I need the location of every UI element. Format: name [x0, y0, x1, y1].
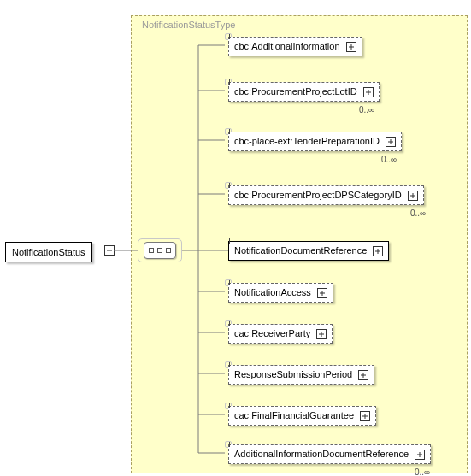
connectors	[0, 0, 471, 476]
child-outer: cac:ReceiverParty	[225, 320, 232, 327]
cardinality-label: 0..∞	[359, 105, 374, 115]
child-label: cbc:ProcurementProjectDPSCategoryID	[234, 190, 402, 200]
child-element[interactable]: AdditionalInformationDocumentReference	[228, 444, 431, 464]
expand-icon[interactable]	[415, 450, 425, 460]
expand-icon[interactable]	[316, 329, 327, 339]
child-element[interactable]: cac:ReceiverParty	[228, 324, 333, 344]
xsd-diagram: NotificationStatusType NotificationStatu…	[0, 0, 471, 476]
expand-icon[interactable]	[373, 246, 383, 256]
cardinality-label: 0..∞	[415, 467, 430, 476]
child-label: cbc-place-ext:TenderPreparationID	[234, 136, 380, 146]
expand-icon[interactable]	[363, 87, 374, 97]
child-label: NotificationDocumentReference	[234, 245, 367, 256]
expand-icon[interactable]	[317, 288, 327, 298]
expand-icon[interactable]	[386, 137, 396, 147]
child-label: cac:FinalFinancialGuarantee	[234, 410, 354, 420]
expand-icon[interactable]	[346, 42, 356, 52]
child-label: cac:ReceiverParty	[234, 328, 310, 338]
cardinality-label: 0..∞	[381, 155, 397, 164]
child-label: ResponseSubmissionPeriod	[234, 369, 352, 379]
child-outer: NotificationAccess	[225, 279, 232, 286]
cardinality-label: 0..∞	[410, 209, 426, 218]
child-label: cbc:AdditionalInformation	[234, 41, 340, 51]
child-element[interactable]: cbc:ProcurementProjectLotID	[228, 82, 380, 102]
child-element[interactable]: cbc:AdditionalInformation	[228, 37, 362, 56]
child-element[interactable]: cac:FinalFinancialGuarantee	[228, 406, 376, 426]
child-outer: ResponseSubmissionPeriod	[225, 361, 232, 368]
child-outer: cbc:AdditionalInformation	[225, 33, 232, 40]
expand-icon[interactable]	[358, 370, 368, 380]
child-element[interactable]: cbc:ProcurementProjectDPSCategoryID	[228, 185, 424, 205]
child-outer: AdditionalInformationDocumentReference	[225, 441, 232, 448]
child-outer: cbc-place-ext:TenderPreparationID	[225, 128, 232, 135]
child-label: cbc:ProcurementProjectLotID	[234, 86, 357, 97]
expand-icon[interactable]	[360, 411, 370, 421]
child-label: NotificationAccess	[234, 287, 311, 297]
child-outer: cbc:ProcurementProjectDPSCategoryID	[225, 182, 232, 189]
child-outer: cbc:ProcurementProjectLotID	[225, 79, 232, 85]
child-element[interactable]: cbc-place-ext:TenderPreparationID	[228, 132, 402, 151]
child-element[interactable]: NotificationAccess	[228, 283, 333, 303]
sequence-compositor[interactable]	[144, 242, 176, 259]
child-element[interactable]: NotificationDocumentReference	[228, 241, 389, 261]
child-outer: cac:FinalFinancialGuarantee	[225, 403, 232, 409]
child-label: AdditionalInformationDocumentReference	[234, 449, 409, 459]
expand-icon[interactable]	[408, 191, 418, 201]
child-element[interactable]: ResponseSubmissionPeriod	[228, 365, 374, 385]
